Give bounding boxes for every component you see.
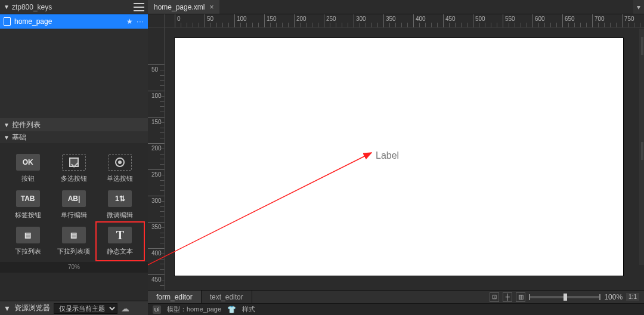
tab-label: home_page.xml [154, 3, 205, 11]
widget-line-edit[interactable]: AB| 单行编辑 [52, 188, 95, 222]
collapse-icon: ▼ [4, 122, 10, 128]
status-bar: Ui 模型：home_page 👕 样式 [148, 303, 644, 315]
tabbar-spacer [219, 0, 633, 14]
file-item-home-page[interactable]: home_page ★ ··· [0, 14, 148, 29]
text-icon: T [108, 227, 132, 243]
combo-item-icon: ▤ [62, 227, 86, 243]
zoom-knob[interactable] [564, 294, 567, 301]
style-icon[interactable]: 👕 [227, 305, 236, 314]
widget-label: 按钮 [21, 174, 35, 183]
widgets-grid: OK 按钮 多选按钮 单选按钮 TAB 标签按钮 AB| 单行编辑 1⇅ 微调编… [0, 143, 148, 262]
project-title: ztp800_keys [12, 3, 134, 11]
widgets-group-header[interactable]: ▼ 基础 [0, 131, 148, 143]
zoom-slider[interactable] [529, 296, 600, 298]
widget-combo-item[interactable]: ▤ 下拉列表项 [52, 224, 95, 258]
tabbar-chevron[interactable]: ▾ [633, 0, 644, 14]
project-header[interactable]: ▼ ztp800_keys [0, 0, 148, 14]
design-canvas[interactable]: Label [175, 38, 623, 276]
widget-label: 多选按钮 [61, 174, 87, 183]
file-icon [4, 17, 11, 26]
widget-label: 标签按钮 [15, 211, 41, 220]
widget-label: 静态文本 [107, 247, 133, 256]
zoom-controls: ⊡ ┼ ▥ 100% 1:1 [485, 291, 644, 303]
theme-filter-select[interactable]: 仅显示当前主题 [54, 303, 117, 314]
snap-icon[interactable]: ⊡ [490, 292, 499, 302]
collapse-icon: ▼ [4, 134, 10, 141]
status-model: 模型：home_page [167, 305, 221, 314]
widget-static-text[interactable]: T 静态文本 [98, 224, 142, 258]
tab-icon: TAB [16, 190, 40, 207]
file-name: home_page [14, 17, 126, 26]
checkbox-icon [62, 154, 86, 171]
widget-label: 微调编辑 [107, 211, 133, 220]
widget-spin-edit[interactable]: 1⇅ 微调编辑 [98, 188, 142, 222]
widget-label: 单行编辑 [61, 211, 87, 220]
project-tree-body [0, 29, 148, 118]
radio-icon [108, 154, 132, 171]
widget-radio[interactable]: 单选按钮 [98, 152, 142, 186]
widgets-panel-title: 控件列表 [12, 120, 41, 130]
menu-icon[interactable] [134, 3, 144, 11]
tab-spacer [252, 291, 485, 303]
spin-icon: 1⇅ [108, 190, 132, 207]
close-icon[interactable]: × [209, 3, 213, 11]
tab-form-editor[interactable]: form_editor [148, 291, 202, 303]
widgets-group-title: 基础 [12, 132, 26, 143]
ok-icon: OK [16, 154, 40, 171]
grid-icon[interactable]: ▥ [516, 292, 525, 302]
star-icon[interactable]: ★ [126, 17, 133, 26]
tab-text-editor[interactable]: text_editor [202, 291, 252, 303]
editor-tabbar: home_page.xml × ▾ [148, 0, 644, 14]
widgets-panel-header[interactable]: ▼ 控件列表 [0, 118, 148, 131]
more-icon[interactable]: ··· [137, 17, 144, 26]
widget-zoom-legend: 70% [0, 262, 148, 273]
cloud-icon[interactable]: ☁ [121, 304, 129, 313]
zoom-ratio[interactable]: 1:1 [626, 293, 639, 301]
collapse-icon: ▼ [4, 4, 10, 10]
resource-browser-header[interactable]: ▼ 资源浏览器 仅显示当前主题 ☁ [0, 301, 148, 315]
ui-icon: Ui [153, 305, 161, 314]
align-icon[interactable]: ┼ [503, 292, 512, 302]
horizontal-ruler: 0501001502002503003504004505005506006507… [165, 14, 644, 27]
widget-button[interactable]: OK 按钮 [6, 152, 49, 186]
tab-home-page-xml[interactable]: home_page.xml × [148, 0, 219, 14]
design-area: 0501001502002503003504004505005506006507… [148, 14, 644, 290]
resource-browser-title: 资源浏览器 [14, 303, 50, 313]
widget-tab-button[interactable]: TAB 标签按钮 [6, 188, 49, 222]
vertical-ruler: 50100150200250300350400450 [148, 27, 165, 290]
status-style: 样式 [242, 305, 255, 314]
zoom-percent: 100% [604, 293, 623, 301]
combo-icon: ▤ [16, 227, 40, 243]
text-edit-icon: AB| [62, 190, 86, 207]
canvas-label-element[interactable]: Label [376, 150, 399, 161]
widget-label: 单选按钮 [107, 174, 133, 183]
right-splitter[interactable] [639, 29, 644, 265]
ruler-corner [148, 14, 165, 27]
editor-mode-tabs: form_editor text_editor ⊡ ┼ ▥ 100% 1:1 [148, 290, 644, 303]
widget-label: 下拉列表 [15, 247, 41, 256]
widget-label: 下拉列表项 [57, 247, 90, 256]
collapse-icon: ▼ [4, 304, 11, 313]
widget-checkbox[interactable]: 多选按钮 [52, 152, 95, 186]
widget-combo[interactable]: ▤ 下拉列表 [6, 224, 49, 258]
